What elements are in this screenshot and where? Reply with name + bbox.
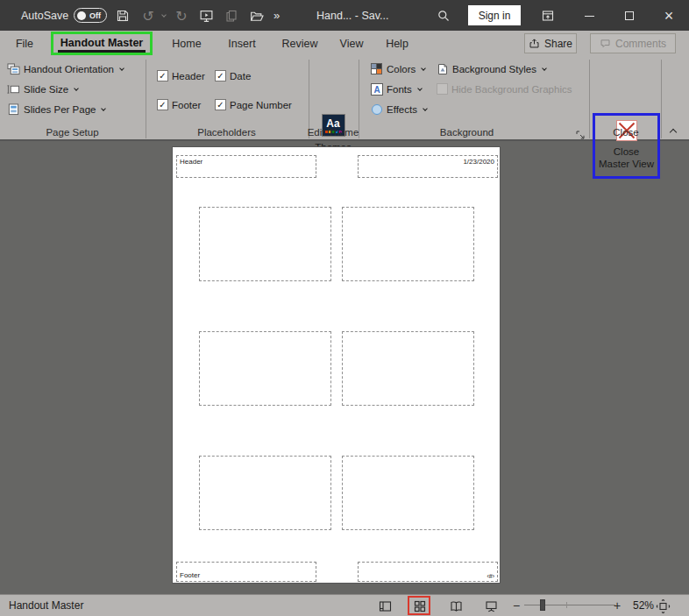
- colors-button[interactable]: Colors: [371, 63, 425, 75]
- autosave-label: AutoSave: [21, 0, 68, 31]
- zoom-in-button[interactable]: +: [614, 595, 621, 616]
- comment-icon: [600, 38, 611, 49]
- comments-button[interactable]: Comments: [590, 33, 676, 53]
- save-icon[interactable]: [113, 6, 132, 25]
- date-placeholder[interactable]: 1/23/2020: [358, 155, 498, 178]
- ribbon-display-options-icon[interactable]: [538, 6, 558, 25]
- group-divider: [146, 60, 146, 138]
- share-button[interactable]: Share: [524, 33, 577, 53]
- slide-placeholder[interactable]: [199, 331, 331, 406]
- slide-sorter-view-icon[interactable]: [411, 598, 428, 614]
- copy-icon: [222, 6, 241, 25]
- handout-orientation-button[interactable]: Handout Orientation: [7, 63, 124, 75]
- checkbox-disabled-icon: [437, 83, 448, 95]
- tab-handout-master[interactable]: Handout Master: [51, 32, 153, 55]
- workspace: Header 1/23/2020 Footer ‹#›: [0, 145, 689, 594]
- slide-grid: [199, 207, 474, 530]
- page-number-placeholder[interactable]: ‹#›: [358, 562, 498, 582]
- group-divider: [359, 60, 359, 138]
- zoom-slider-center-tick: [566, 602, 567, 608]
- slide-placeholder[interactable]: [199, 456, 331, 530]
- reading-view-icon[interactable]: [448, 598, 465, 614]
- share-label: Share: [544, 38, 572, 50]
- tab-help[interactable]: Help: [379, 31, 416, 56]
- zoom-slider-handle[interactable]: [540, 599, 545, 611]
- fonts-icon: A: [371, 83, 383, 96]
- checkbox-checked-icon: ✓: [215, 99, 226, 110]
- colors-icon: [371, 63, 383, 75]
- slide-size-button[interactable]: Slide Size: [7, 83, 78, 96]
- header-checkbox[interactable]: ✓ Header: [157, 70, 205, 81]
- status-bar: Handout Master − + 52%: [0, 594, 689, 616]
- svg-text:A: A: [373, 85, 380, 95]
- redo-icon: ↻: [172, 6, 191, 25]
- window-title: Hand... - Sav...: [316, 0, 388, 31]
- dialog-launcher-icon[interactable]: [575, 128, 586, 138]
- group-label-close: Close: [598, 127, 654, 138]
- zoom-out-button[interactable]: −: [513, 595, 520, 616]
- zoom-slider-track[interactable]: [524, 605, 615, 605]
- toggle-knob-icon: [77, 11, 86, 20]
- background-styles-button[interactable]: Background Styles: [437, 63, 546, 75]
- header-placeholder-text: Header: [180, 158, 202, 166]
- sign-in-button[interactable]: Sign in: [468, 5, 521, 25]
- checkbox-checked-icon: ✓: [157, 70, 168, 81]
- page-number-placeholder-text: ‹#›: [487, 573, 494, 579]
- normal-view-icon[interactable]: [377, 598, 394, 614]
- header-placeholder[interactable]: Header: [176, 155, 316, 178]
- tab-file[interactable]: File: [7, 31, 42, 56]
- date-placeholder-text: 1/23/2020: [463, 158, 494, 166]
- date-checkbox[interactable]: ✓ Date: [215, 70, 251, 81]
- comments-label: Comments: [615, 38, 666, 50]
- tab-review[interactable]: Review: [275, 31, 324, 56]
- search-icon[interactable]: [434, 6, 453, 25]
- group-divider: [589, 60, 590, 138]
- group-label-edit-theme: Edit Theme: [305, 127, 361, 138]
- group-divider: [661, 60, 662, 138]
- slide-placeholder[interactable]: [342, 207, 474, 281]
- open-folder-icon[interactable]: [246, 6, 266, 25]
- share-icon: [529, 38, 540, 49]
- background-styles-icon: [437, 63, 449, 75]
- active-tab-label: Handout Master: [58, 35, 146, 53]
- collapse-ribbon-icon[interactable]: [670, 129, 677, 136]
- footer-placeholder-text: Footer: [180, 571, 200, 579]
- effects-icon: [371, 103, 383, 116]
- undo-icon: ↺: [139, 6, 158, 25]
- maximize-button[interactable]: [620, 6, 639, 25]
- footer-checkbox[interactable]: ✓ Footer: [157, 99, 201, 110]
- group-label-placeholders: Placeholders: [172, 127, 281, 138]
- checkbox-checked-icon: ✓: [215, 70, 226, 81]
- tab-view[interactable]: View: [335, 31, 368, 56]
- slide-placeholder[interactable]: [199, 207, 331, 281]
- slides-per-page-icon: [7, 103, 20, 116]
- zoom-level[interactable]: 52%: [633, 595, 654, 616]
- close-window-button[interactable]: ×: [659, 6, 678, 25]
- undo-chevron-icon: [161, 12, 167, 18]
- title-bar: AutoSave Off ↺ ↻ » Hand... - Sav... Sign…: [0, 0, 689, 31]
- handout-master-page[interactable]: Header 1/23/2020 Footer ‹#›: [173, 147, 500, 583]
- fonts-button[interactable]: A Fonts: [371, 83, 422, 96]
- minimize-button[interactable]: [579, 6, 599, 25]
- handout-orientation-icon: [7, 63, 20, 75]
- tab-insert[interactable]: Insert: [219, 31, 265, 56]
- slideshow-view-icon[interactable]: [483, 598, 500, 614]
- slide-size-icon: [7, 83, 20, 96]
- slide-placeholder[interactable]: [342, 331, 474, 406]
- footer-placeholder[interactable]: Footer: [176, 562, 316, 582]
- page-number-checkbox[interactable]: ✓ Page Number: [215, 99, 292, 110]
- group-label-page-setup: Page Setup: [18, 127, 127, 138]
- start-slideshow-icon[interactable]: [196, 6, 216, 25]
- slides-per-page-button[interactable]: Slides Per Page: [7, 103, 105, 116]
- group-label-background: Background: [412, 127, 522, 138]
- autosave-toggle[interactable]: Off: [74, 8, 107, 23]
- hide-background-graphics-checkbox: Hide Background Graphics: [437, 83, 572, 95]
- qat-overflow-icon[interactable]: »: [273, 0, 280, 31]
- effects-button[interactable]: Effects: [371, 103, 427, 116]
- fit-to-window-icon[interactable]: [655, 598, 671, 614]
- slide-placeholder[interactable]: [342, 456, 474, 530]
- checkbox-checked-icon: ✓: [157, 99, 168, 110]
- autosave-state: Off: [89, 11, 101, 20]
- ribbon: Handout Orientation Slide Size Slides Pe…: [0, 56, 689, 141]
- tab-home[interactable]: Home: [165, 31, 209, 56]
